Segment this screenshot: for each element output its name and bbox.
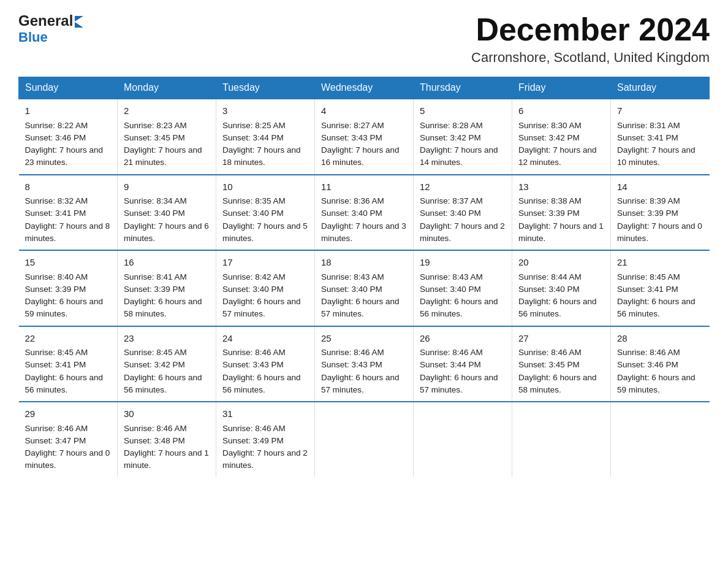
sunset-text: Sunset: 3:42 PM <box>124 360 185 369</box>
day-number: 9 <box>124 180 210 194</box>
calendar-day-cell: 19 Sunrise: 8:43 AM Sunset: 3:40 PM Dayl… <box>414 250 512 326</box>
sunrise-text: Sunrise: 8:46 AM <box>420 348 483 357</box>
calendar-day-cell: 24 Sunrise: 8:46 AM Sunset: 3:43 PM Dayl… <box>216 326 315 402</box>
calendar-day-cell: 31 Sunrise: 8:46 AM Sunset: 3:49 PM Dayl… <box>216 402 315 477</box>
sunrise-text: Sunrise: 8:32 AM <box>25 196 88 205</box>
day-number: 13 <box>518 180 604 194</box>
day-number: 26 <box>420 332 506 346</box>
day-number: 14 <box>617 180 703 194</box>
calendar-day-cell: 17 Sunrise: 8:42 AM Sunset: 3:40 PM Dayl… <box>216 250 315 326</box>
sunrise-text: Sunrise: 8:45 AM <box>124 348 187 357</box>
sunset-text: Sunset: 3:40 PM <box>518 285 580 294</box>
daylight-text: Daylight: 7 hours and 21 minutes. <box>124 145 202 167</box>
sunset-text: Sunset: 3:45 PM <box>518 360 580 369</box>
calendar-day-cell: 7 Sunrise: 8:31 AM Sunset: 3:41 PM Dayli… <box>611 99 710 175</box>
location-title: Carronshore, Scotland, United Kingdom <box>471 50 710 66</box>
sunset-text: Sunset: 3:46 PM <box>617 360 678 369</box>
daylight-text: Daylight: 6 hours and 56 minutes. <box>124 373 202 394</box>
calendar-day-cell: 12 Sunrise: 8:37 AM Sunset: 3:40 PM Dayl… <box>414 175 512 251</box>
calendar-week-row: 8 Sunrise: 8:32 AM Sunset: 3:41 PM Dayli… <box>19 175 710 251</box>
sunrise-text: Sunrise: 8:46 AM <box>222 348 286 357</box>
calendar-day-cell: 13 Sunrise: 8:38 AM Sunset: 3:39 PM Dayl… <box>512 175 611 251</box>
daylight-text: Daylight: 7 hours and 3 minutes. <box>321 221 406 243</box>
daylight-text: Daylight: 6 hours and 59 minutes. <box>25 297 104 318</box>
calendar-day-cell <box>414 402 512 477</box>
sunset-text: Sunset: 3:43 PM <box>321 360 382 369</box>
sunset-text: Sunset: 3:41 PM <box>25 209 86 218</box>
calendar-day-cell: 5 Sunrise: 8:28 AM Sunset: 3:42 PM Dayli… <box>414 99 512 175</box>
calendar-week-row: 15 Sunrise: 8:40 AM Sunset: 3:39 PM Dayl… <box>19 250 710 326</box>
sunrise-text: Sunrise: 8:46 AM <box>222 424 286 433</box>
sunset-text: Sunset: 3:43 PM <box>222 360 284 369</box>
sunrise-text: Sunrise: 8:43 AM <box>321 272 384 282</box>
daylight-text: Daylight: 6 hours and 57 minutes. <box>321 297 400 318</box>
day-number: 5 <box>420 104 506 118</box>
sunrise-text: Sunrise: 8:45 AM <box>25 348 88 357</box>
calendar-day-header: Saturday <box>611 77 710 99</box>
logo: General Blue <box>18 12 83 45</box>
sunrise-text: Sunrise: 8:35 AM <box>222 196 286 205</box>
day-number: 7 <box>617 104 703 118</box>
calendar-day-cell: 26 Sunrise: 8:46 AM Sunset: 3:44 PM Dayl… <box>414 326 512 402</box>
daylight-text: Daylight: 7 hours and 23 minutes. <box>25 145 104 167</box>
day-number: 27 <box>518 332 604 346</box>
calendar-day-cell: 6 Sunrise: 8:30 AM Sunset: 3:42 PM Dayli… <box>512 99 611 175</box>
daylight-text: Daylight: 6 hours and 56 minutes. <box>222 373 301 394</box>
day-number: 19 <box>420 256 506 270</box>
daylight-text: Daylight: 6 hours and 57 minutes. <box>222 297 301 318</box>
logo-blue-text: Blue <box>18 29 48 45</box>
day-number: 23 <box>124 332 210 346</box>
day-number: 8 <box>25 180 112 194</box>
sunrise-text: Sunrise: 8:41 AM <box>124 272 187 282</box>
sunrise-text: Sunrise: 8:42 AM <box>222 272 286 282</box>
calendar-day-header: Tuesday <box>216 77 315 99</box>
day-number: 24 <box>222 332 308 346</box>
day-number: 3 <box>222 104 308 118</box>
calendar-day-cell: 29 Sunrise: 8:46 AM Sunset: 3:47 PM Dayl… <box>19 402 118 477</box>
sunrise-text: Sunrise: 8:46 AM <box>124 424 187 433</box>
calendar-day-header: Friday <box>512 77 611 99</box>
day-number: 20 <box>518 256 604 270</box>
day-number: 22 <box>25 332 112 346</box>
sunrise-text: Sunrise: 8:22 AM <box>25 121 88 130</box>
daylight-text: Daylight: 7 hours and 2 minutes. <box>420 221 505 243</box>
sunset-text: Sunset: 3:40 PM <box>321 285 382 294</box>
calendar-day-cell: 1 Sunrise: 8:22 AM Sunset: 3:46 PM Dayli… <box>19 99 118 175</box>
calendar-day-cell: 9 Sunrise: 8:34 AM Sunset: 3:40 PM Dayli… <box>118 175 216 251</box>
day-number: 30 <box>124 407 210 421</box>
sunset-text: Sunset: 3:44 PM <box>420 360 481 369</box>
sunset-text: Sunset: 3:40 PM <box>420 209 481 218</box>
sunrise-text: Sunrise: 8:46 AM <box>617 348 680 357</box>
day-number: 16 <box>124 256 210 270</box>
daylight-text: Daylight: 7 hours and 16 minutes. <box>321 145 400 167</box>
calendar-day-cell <box>611 402 710 477</box>
day-number: 10 <box>222 180 308 194</box>
calendar-day-header: Wednesday <box>315 77 414 99</box>
sunrise-text: Sunrise: 8:27 AM <box>321 121 384 130</box>
daylight-text: Daylight: 7 hours and 8 minutes. <box>25 221 110 243</box>
calendar-day-header: Monday <box>118 77 216 99</box>
calendar-week-row: 22 Sunrise: 8:45 AM Sunset: 3:41 PM Dayl… <box>19 326 710 402</box>
daylight-text: Daylight: 6 hours and 56 minutes. <box>518 297 597 318</box>
day-number: 4 <box>321 104 407 118</box>
daylight-text: Daylight: 6 hours and 57 minutes. <box>321 373 400 394</box>
calendar-day-cell: 28 Sunrise: 8:46 AM Sunset: 3:46 PM Dayl… <box>611 326 710 402</box>
calendar-day-cell: 21 Sunrise: 8:45 AM Sunset: 3:41 PM Dayl… <box>611 250 710 326</box>
calendar-header-row: SundayMondayTuesdayWednesdayThursdayFrid… <box>19 77 710 99</box>
sunset-text: Sunset: 3:48 PM <box>124 436 185 445</box>
sunrise-text: Sunrise: 8:36 AM <box>321 196 384 205</box>
day-number: 15 <box>25 256 112 270</box>
daylight-text: Daylight: 6 hours and 58 minutes. <box>518 373 597 394</box>
calendar-day-cell: 2 Sunrise: 8:23 AM Sunset: 3:45 PM Dayli… <box>118 99 216 175</box>
day-number: 12 <box>420 180 506 194</box>
sunrise-text: Sunrise: 8:25 AM <box>222 121 286 130</box>
daylight-text: Daylight: 7 hours and 1 minute. <box>518 221 604 243</box>
calendar-day-header: Thursday <box>414 77 512 99</box>
day-number: 17 <box>222 256 308 270</box>
sunset-text: Sunset: 3:40 PM <box>222 285 284 294</box>
calendar-day-cell: 30 Sunrise: 8:46 AM Sunset: 3:48 PM Dayl… <box>118 402 216 477</box>
calendar-day-cell: 23 Sunrise: 8:45 AM Sunset: 3:42 PM Dayl… <box>118 326 216 402</box>
day-number: 31 <box>222 407 308 421</box>
sunrise-text: Sunrise: 8:38 AM <box>518 196 582 205</box>
sunset-text: Sunset: 3:40 PM <box>420 285 481 294</box>
